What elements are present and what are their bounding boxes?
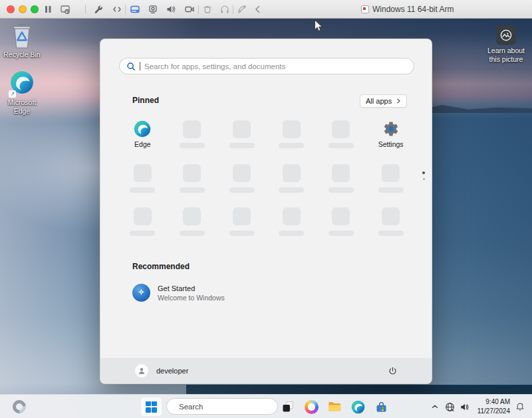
macos-titlebar: Windows 11 64-bit Arm xyxy=(0,0,532,19)
page-dot[interactable] xyxy=(423,178,425,180)
vm-title-text: Windows 11 64-bit Arm xyxy=(372,5,454,14)
text-caret xyxy=(140,62,140,70)
recommended-item-subtitle: Welcome to Windows xyxy=(158,294,225,302)
pinned-placeholder-tile xyxy=(366,207,416,236)
toolbar-separator xyxy=(198,5,199,14)
minimize-window-button[interactable] xyxy=(19,5,27,13)
network-globe-icon xyxy=(445,402,455,412)
pinned-placeholder-tile xyxy=(217,164,267,193)
webcam-icon[interactable] xyxy=(148,4,158,15)
pinned-placeholder-tile xyxy=(267,207,317,236)
microsoft-store-icon xyxy=(374,400,388,414)
pinned-page-dots[interactable] xyxy=(422,171,425,180)
start-search-box[interactable] xyxy=(119,58,414,74)
all-apps-label: All apps xyxy=(366,97,392,105)
toolbar-separator xyxy=(233,5,233,14)
edge-button[interactable] xyxy=(350,399,366,415)
pinned-grid-row xyxy=(118,207,416,236)
pinned-section-title: Pinned xyxy=(132,96,159,105)
copilot-icon xyxy=(305,400,319,414)
notifications-bell-icon xyxy=(515,401,525,412)
start-menu: Pinned All apps Edge xyxy=(100,39,432,384)
volume-button[interactable] xyxy=(458,399,471,415)
trash-icon[interactable] xyxy=(202,4,213,15)
taskbar-search-input[interactable] xyxy=(179,403,281,411)
speaker-icon xyxy=(460,402,469,412)
pinned-placeholder-tile xyxy=(317,120,366,148)
pinned-placeholder-tile xyxy=(267,120,317,148)
chevron-up-icon xyxy=(431,403,439,411)
windows-desktop[interactable]: Recycle Bin ↗ Microsoft Edge xyxy=(0,19,532,394)
video-camera-icon[interactable] xyxy=(184,4,195,15)
recommended-item-title: Get Started xyxy=(158,284,225,292)
tray-clock[interactable]: 9:40 AM 11/27/2024 xyxy=(477,397,510,415)
power-icon xyxy=(388,366,398,376)
windows-taskbar: 9:40 AM 11/27/2024 xyxy=(0,394,532,418)
recommended-item-get-started[interactable]: Get Started Welcome to Windows xyxy=(132,284,225,302)
user-avatar[interactable] xyxy=(135,364,148,377)
page-dot-active[interactable] xyxy=(422,171,425,174)
tray-chevron-up-button[interactable] xyxy=(429,399,441,415)
chevron-right-icon xyxy=(396,98,401,104)
pinned-placeholder-tile xyxy=(168,207,217,236)
person-icon xyxy=(137,366,146,375)
desktop-icon-recycle-bin[interactable]: Recycle Bin xyxy=(3,23,41,59)
user-name[interactable]: developer xyxy=(156,367,188,375)
notifications-button[interactable] xyxy=(513,399,527,415)
mouse-cursor xyxy=(314,19,323,35)
vm-window: Windows 11 64-bit Arm Recycle Bin xyxy=(0,0,532,418)
wrench-icon[interactable] xyxy=(93,4,104,15)
pinned-app-label: Settings xyxy=(378,140,404,148)
all-apps-button[interactable]: All apps xyxy=(360,94,407,108)
code-icon[interactable] xyxy=(112,4,122,15)
gear-icon xyxy=(382,120,400,138)
task-view-icon xyxy=(281,400,295,413)
desktop-icon-microsoft-edge[interactable]: ↗ Microsoft Edge xyxy=(3,70,41,115)
file-explorer-icon xyxy=(327,399,342,414)
pinned-grid-row: Edge Settings xyxy=(118,120,416,148)
pinned-placeholder-tile xyxy=(267,164,317,193)
network-button[interactable] xyxy=(443,399,456,415)
zoom-window-button[interactable] xyxy=(31,5,39,13)
pinned-app-settings[interactable]: Settings xyxy=(366,120,416,148)
toolbar-separator xyxy=(85,5,86,14)
pinned-app-edge[interactable]: Edge xyxy=(118,120,168,148)
start-button[interactable] xyxy=(140,397,162,417)
microsoft-store-button[interactable] xyxy=(373,399,389,415)
pinned-placeholder-tile xyxy=(317,207,366,236)
widgets-icon xyxy=(10,397,29,416)
desktop-icon-label: Microsoft Edge xyxy=(3,98,41,115)
pinned-placeholder-tile xyxy=(168,164,217,193)
toolbar-separator xyxy=(125,5,126,14)
snapshots-button[interactable] xyxy=(60,4,70,15)
power-button[interactable] xyxy=(384,362,401,379)
tray-date: 11/27/2024 xyxy=(477,407,510,416)
pinned-grid-row xyxy=(118,164,416,193)
widgets-button[interactable] xyxy=(11,399,27,415)
get-started-icon xyxy=(136,287,147,298)
pinned-placeholder-tile xyxy=(366,164,416,193)
sound-icon[interactable] xyxy=(166,4,176,15)
desktop-icon-label: Recycle Bin xyxy=(3,51,40,59)
task-view-button[interactable] xyxy=(280,399,296,415)
pause-vm-button[interactable] xyxy=(43,4,53,15)
start-search-input[interactable] xyxy=(144,62,407,70)
copilot-button[interactable] xyxy=(303,399,319,415)
harddisk-icon[interactable] xyxy=(130,4,140,15)
pinned-placeholder-tile xyxy=(168,120,217,148)
taskbar-search-box[interactable] xyxy=(166,398,278,415)
desktop-icon-learn-about-picture[interactable]: Learn about this picture xyxy=(484,25,528,63)
chevron-left-icon[interactable] xyxy=(253,4,263,15)
pinned-placeholder-tile xyxy=(118,164,168,193)
file-explorer-button[interactable] xyxy=(327,399,342,415)
picture-icon xyxy=(500,29,512,41)
recycle-bin-icon xyxy=(11,23,33,49)
search-icon xyxy=(126,62,136,71)
vm-title: Windows 11 64-bit Arm xyxy=(361,0,454,19)
phone-icon[interactable] xyxy=(237,4,247,15)
close-window-button[interactable] xyxy=(7,5,15,13)
vm-doc-icon xyxy=(361,5,369,13)
edge-icon xyxy=(351,400,365,414)
shortcut-arrow-icon: ↗ xyxy=(9,90,16,98)
headphones-icon[interactable] xyxy=(219,4,230,15)
